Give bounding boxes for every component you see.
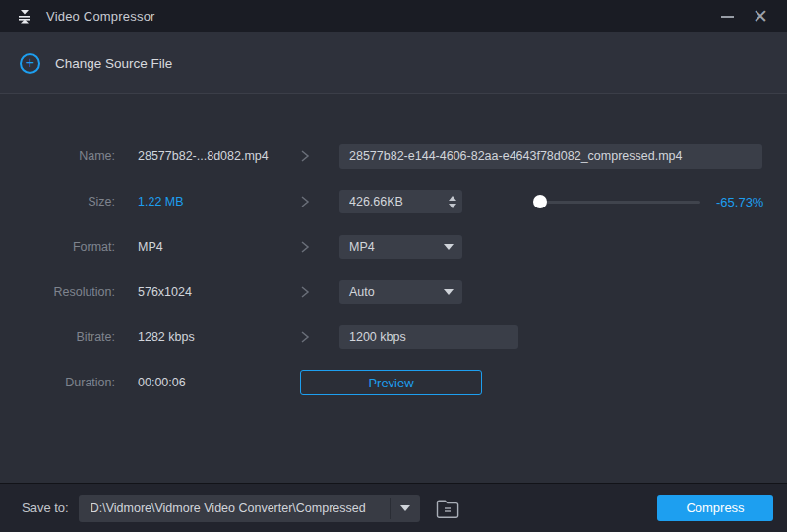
size-slider[interactable] [533, 195, 700, 208]
resolution-select[interactable]: Auto [339, 280, 462, 304]
size-label: Size: [0, 195, 115, 208]
minimize-icon [721, 16, 734, 18]
compress-button[interactable]: Compress [657, 495, 773, 521]
close-icon: ✕ [753, 7, 768, 26]
duration-label: Duration: [0, 376, 115, 389]
name-source-value: 28577b82-...8d082.mp4 [138, 149, 300, 163]
chevron-down-icon [400, 505, 410, 511]
format-selected-value: MP4 [349, 240, 444, 254]
minimize-button[interactable] [710, 4, 744, 30]
name-row: Name: 28577b82-...8d082.mp4 [0, 134, 787, 179]
bitrate-source-value: 1282 kbps [138, 330, 300, 344]
chevron-down-icon [444, 244, 454, 250]
titlebar: Video Compressor ✕ [0, 0, 787, 32]
folder-icon [435, 498, 460, 519]
resolution-source-value: 576x1024 [138, 285, 300, 299]
stepper-up-icon[interactable] [449, 196, 456, 201]
slider-thumb[interactable] [533, 195, 547, 208]
duration-value: 00:00:06 [138, 376, 300, 389]
size-stepper [449, 196, 456, 208]
chevron-down-icon [444, 289, 454, 295]
resolution-selected-value: Auto [349, 285, 444, 299]
bitrate-label: Bitrate: [0, 330, 115, 344]
close-button[interactable]: ✕ [744, 4, 777, 30]
save-path-value: D:\Vidmore\Vidmore Video Converter\Compr… [79, 495, 390, 522]
size-reduction-percent: -65.73% [716, 195, 763, 209]
open-folder-button[interactable] [433, 496, 462, 521]
stepper-down-icon[interactable] [449, 204, 456, 208]
footer-bar: Save to: D:\Vidmore\Vidmore Video Conver… [0, 483, 787, 532]
bitrate-input[interactable] [339, 325, 518, 349]
format-select[interactable]: MP4 [339, 235, 462, 259]
target-size-spinbox [339, 190, 462, 213]
target-size-input[interactable] [349, 195, 449, 208]
slider-track[interactable] [533, 201, 700, 204]
size-source-value: 1.22 MB [138, 195, 300, 208]
resolution-label: Resolution: [0, 285, 115, 299]
change-source-file-label: Change Source File [55, 56, 172, 71]
arrow-right-icon [300, 329, 312, 345]
save-to-label: Save to: [22, 501, 69, 515]
arrow-right-icon [300, 239, 312, 255]
plus-circle-icon: + [20, 53, 40, 74]
settings-panel: Name: 28577b82-...8d082.mp4 Size: 1.22 M… [0, 94, 787, 483]
resolution-row: Resolution: 576x1024 Auto [0, 269, 787, 315]
preview-button[interactable]: Preview [300, 370, 482, 395]
arrow-right-icon [300, 194, 312, 209]
name-label: Name: [0, 149, 115, 163]
save-path-dropdown-button[interactable] [391, 495, 420, 522]
duration-row: Duration: 00:00:06 Preview [0, 360, 787, 405]
compress-app-icon [16, 8, 33, 26]
change-source-file-button[interactable]: + Change Source File [20, 53, 172, 74]
format-source-value: MP4 [138, 240, 300, 254]
arrow-right-icon [300, 148, 312, 164]
window-title: Video Compressor [46, 9, 155, 24]
format-row: Format: MP4 MP4 [0, 224, 787, 269]
bitrate-row: Bitrate: 1282 kbps [0, 315, 787, 360]
header-bar: + Change Source File [0, 32, 787, 94]
save-path-combo[interactable]: D:\Vidmore\Vidmore Video Converter\Compr… [79, 495, 420, 522]
arrow-right-icon [300, 284, 312, 300]
video-compressor-window: Video Compressor ✕ + Change Source File … [0, 0, 787, 532]
output-name-input[interactable] [339, 144, 762, 169]
format-label: Format: [0, 240, 115, 254]
size-row: Size: 1.22 MB -65.73% [0, 179, 787, 224]
